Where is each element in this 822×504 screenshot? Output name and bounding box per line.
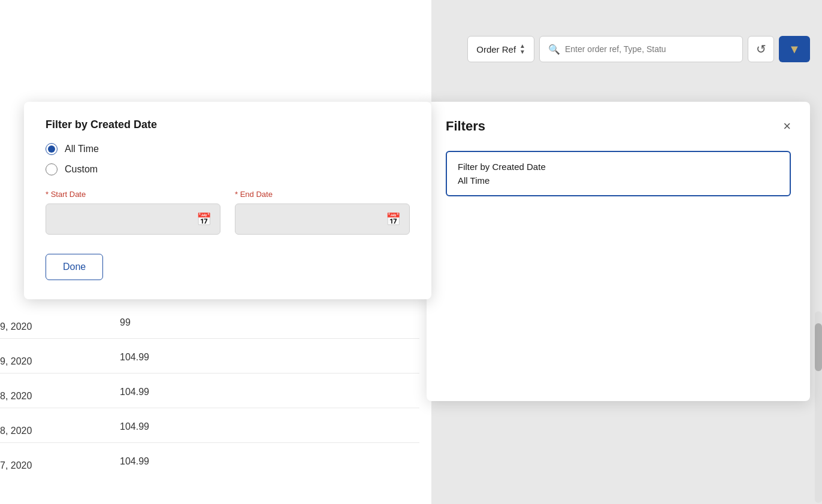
end-date-label: * End Date — [235, 190, 410, 199]
row-divider-2 — [0, 373, 419, 374]
refresh-icon: ↺ — [756, 42, 766, 56]
search-icon: 🔍 — [548, 44, 560, 55]
row-amount-3: 104.99 — [120, 387, 149, 397]
close-icon: × — [783, 119, 791, 133]
row-amount-4: 104.99 — [120, 421, 149, 432]
radio-all-time-label[interactable]: All Time — [46, 143, 410, 155]
start-calendar-icon: 📅 — [197, 212, 211, 226]
row-divider-1 — [0, 338, 419, 339]
refresh-button[interactable]: ↺ — [748, 36, 774, 62]
row-date-partial-5: 7, 2020 — [0, 460, 32, 471]
done-button-label: Done — [63, 262, 86, 272]
end-date-input[interactable]: 📅 — [235, 204, 410, 235]
funnel-icon: ▼ — [788, 42, 800, 56]
toolbar: Order Ref ▲▼ 🔍 ↺ ▼ — [240, 36, 810, 62]
row-date-partial-1: 9, 2020 — [0, 321, 32, 332]
close-button[interactable]: × — [783, 120, 791, 133]
end-calendar-icon: 📅 — [386, 212, 401, 226]
search-input[interactable] — [565, 44, 734, 54]
radio-group: All Time Custom — [46, 143, 410, 175]
filter-date-title: Filter by Created Date — [46, 119, 410, 131]
radio-all-time-input[interactable] — [46, 143, 58, 155]
filter-tag-box: Filter by Created Date All Time — [446, 151, 791, 196]
row-divider-4 — [0, 442, 419, 443]
start-date-label-text: Start Date — [51, 190, 86, 199]
row-amount-1: 99 — [120, 317, 131, 328]
sort-arrows-icon: ▲▼ — [519, 43, 525, 55]
filter-tag-line1: Filter by Created Date — [458, 162, 779, 172]
filter-tag-line2: All Time — [458, 175, 779, 186]
date-fields: * Start Date 📅 * End Date 📅 — [46, 190, 410, 235]
end-date-group: * End Date 📅 — [235, 190, 410, 235]
row-divider-3 — [0, 408, 419, 408]
end-date-label-text: End Date — [240, 190, 273, 199]
start-date-label: * Start Date — [46, 190, 220, 199]
filters-header: Filters × — [446, 119, 791, 134]
start-date-input[interactable]: 📅 — [46, 204, 220, 235]
row-amount-5: 104.99 — [120, 456, 149, 467]
filters-panel: Filters × Filter by Created Date All Tim… — [427, 102, 810, 401]
filters-title: Filters — [446, 119, 485, 134]
scrollbar[interactable] — [815, 311, 822, 503]
radio-custom-label[interactable]: Custom — [46, 163, 410, 175]
custom-label-text: Custom — [65, 164, 98, 175]
row-date-partial-3: 8, 2020 — [0, 391, 32, 402]
row-date-partial-4: 8, 2020 — [0, 426, 32, 436]
filter-date-popup: Filter by Created Date All Time Custom *… — [24, 102, 431, 299]
all-time-label-text: All Time — [65, 144, 99, 154]
row-date-partial-2: 9, 2020 — [0, 356, 32, 367]
row-amount-2: 104.99 — [120, 352, 149, 363]
start-date-group: * Start Date 📅 — [46, 190, 220, 235]
done-button[interactable]: Done — [46, 254, 103, 280]
radio-custom-input[interactable] — [46, 163, 58, 175]
start-date-asterisk: * — [46, 190, 51, 199]
order-ref-button[interactable]: Order Ref ▲▼ — [467, 36, 534, 62]
scrollbar-thumb[interactable] — [815, 323, 822, 371]
filter-button[interactable]: ▼ — [779, 36, 810, 62]
end-date-asterisk: * — [235, 190, 240, 199]
order-ref-label: Order Ref — [476, 44, 516, 54]
search-wrapper: 🔍 — [539, 36, 743, 62]
